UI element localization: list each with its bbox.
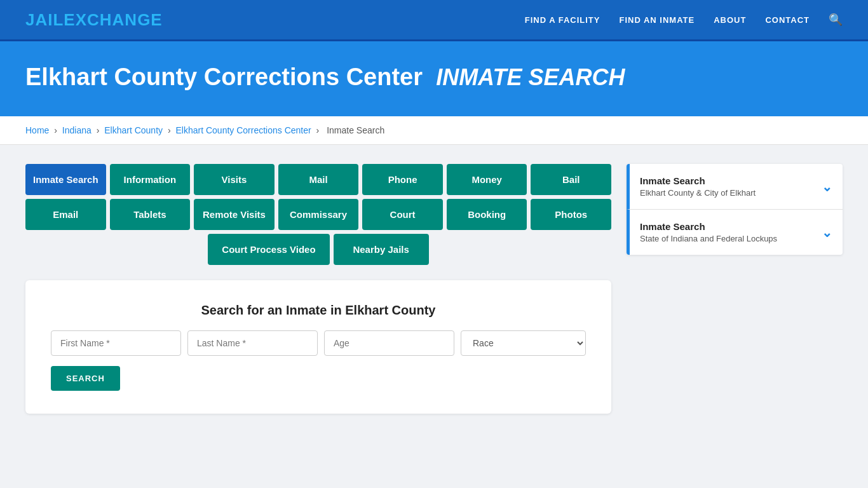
search-form-title: Search for an Inmate in Elkhart County (51, 303, 586, 318)
nav-links: FIND A FACILITY FIND AN INMATE ABOUT CON… (525, 13, 843, 27)
tab-visits[interactable]: Visits (194, 164, 275, 195)
facility-name: Elkhart County Corrections Center (25, 64, 423, 90)
race-select[interactable]: Race White Black Hispanic Asian Other (461, 330, 586, 356)
tab-inmate-search[interactable]: Inmate Search (25, 164, 106, 195)
sidebar-card: Inmate Search Elkhart County & City of E… (627, 164, 843, 255)
breadcrumb-indiana[interactable]: Indiana (62, 125, 92, 135)
search-form-card: Search for an Inmate in Elkhart County R… (25, 280, 611, 414)
tab-email[interactable]: Email (25, 199, 106, 230)
tab-court-process-video[interactable]: Court Process Video (208, 234, 329, 265)
chevron-down-icon: ⌄ (822, 179, 832, 194)
sidebar-item-local[interactable]: Inmate Search Elkhart County & City of E… (627, 164, 843, 210)
tab-row-2: Email Tablets Remote Visits Commissary C… (25, 199, 611, 230)
tab-photos[interactable]: Photos (531, 199, 611, 230)
nav-about[interactable]: ABOUT (714, 15, 746, 25)
page-subtitle: INMATE SEARCH (436, 64, 625, 90)
tab-booking[interactable]: Booking (447, 199, 527, 230)
tab-tablets[interactable]: Tablets (110, 199, 191, 230)
tab-court[interactable]: Court (362, 199, 443, 230)
logo[interactable]: JAILEXCHANGE (25, 10, 163, 30)
age-input[interactable] (324, 330, 454, 356)
right-sidebar: Inmate Search Elkhart County & City of E… (627, 164, 843, 414)
tab-money[interactable]: Money (447, 164, 527, 195)
main-content: Inmate Search Information Visits Mail Ph… (0, 145, 868, 433)
tab-bail[interactable]: Bail (531, 164, 611, 195)
breadcrumb-elkhart-county[interactable]: Elkhart County (104, 125, 163, 135)
navbar: JAILEXCHANGE FIND A FACILITY FIND AN INM… (0, 0, 868, 41)
page-title: Elkhart County Corrections Center INMATE… (25, 64, 843, 91)
breadcrumb-current: Inmate Search (327, 125, 384, 135)
last-name-input[interactable] (187, 330, 318, 356)
sidebar-local-subtitle: Elkhart County & City of Elkhart (640, 188, 756, 198)
tab-remote-visits[interactable]: Remote Visits (194, 199, 275, 230)
breadcrumb: Home › Indiana › Elkhart County › Elkhar… (0, 116, 868, 145)
tab-nearby-jails[interactable]: Nearby Jails (334, 234, 429, 265)
first-name-input[interactable] (51, 330, 181, 356)
sidebar-item-state[interactable]: Inmate Search State of Indiana and Feder… (627, 210, 843, 255)
search-icon[interactable]: 🔍 (829, 13, 843, 27)
nav-find-inmate[interactable]: FIND AN INMATE (619, 15, 695, 25)
breadcrumb-corrections-center[interactable]: Elkhart County Corrections Center (175, 125, 311, 135)
sidebar-local-title: Inmate Search (640, 175, 756, 186)
tab-information[interactable]: Information (110, 164, 191, 195)
nav-find-facility[interactable]: FIND A FACILITY (525, 15, 600, 25)
tab-phone[interactable]: Phone (362, 164, 443, 195)
tab-commissary[interactable]: Commissary (278, 199, 359, 230)
hero-section: Elkhart County Corrections Center INMATE… (0, 41, 868, 116)
chevron-down-icon-2: ⌄ (822, 225, 832, 240)
tab-navigation: Inmate Search Information Visits Mail Ph… (25, 164, 611, 265)
breadcrumb-home[interactable]: Home (25, 125, 49, 135)
sidebar-state-subtitle: State of Indiana and Federal Lockups (640, 234, 777, 243)
tab-row-1: Inmate Search Information Visits Mail Ph… (25, 164, 611, 195)
logo-exchange: EXCHANGE (64, 10, 162, 29)
left-column: Inmate Search Information Visits Mail Ph… (25, 164, 611, 414)
tab-mail[interactable]: Mail (278, 164, 359, 195)
sidebar-state-title: Inmate Search (640, 221, 777, 232)
tab-row-3: Court Process Video Nearby Jails (25, 234, 611, 265)
logo-jail: JAIL (25, 10, 64, 29)
search-button[interactable]: SEARCH (51, 366, 120, 391)
nav-contact[interactable]: CONTACT (765, 15, 810, 25)
form-row-names: Race White Black Hispanic Asian Other (51, 330, 586, 356)
